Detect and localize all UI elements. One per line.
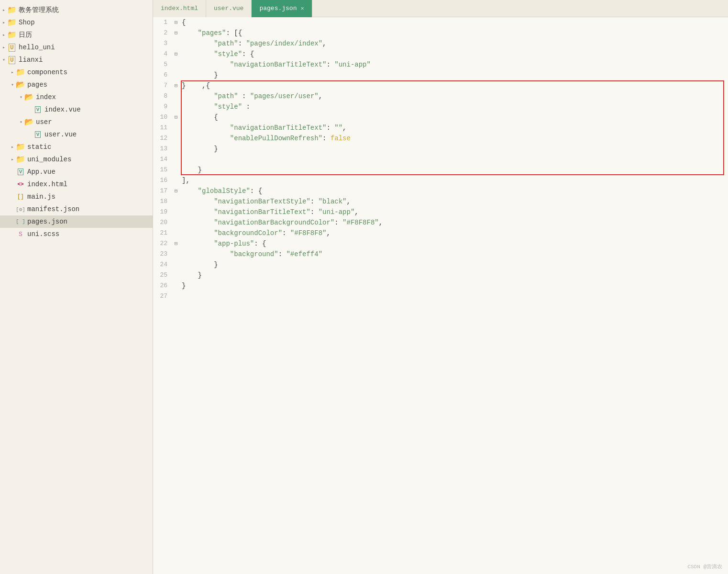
token-key: "background" [230,250,278,258]
line-number: 10 [153,112,172,123]
line-number: 26 [153,281,172,291]
sidebar-item-index_html[interactable]: <> index.html [0,178,153,191]
sidebar-item-rili[interactable]: ▸ 📁 日历 [0,29,153,41]
folder-icon: 📁 [16,143,25,151]
tab-index_html_tab[interactable]: index.html [153,0,206,17]
token-punctuation: , [379,219,383,226]
expand-arrow[interactable]: ▸ [0,31,8,39]
fold-gutter[interactable]: ⊟ [172,112,180,123]
code-content: "navigationBarTitleText": "", [180,123,728,133]
code-content: "enablePullDownRefresh": false [180,133,728,144]
sidebar-item-uni_modules[interactable]: ▸ 📁 uni_modules [0,153,153,166]
token-punctuation: : [278,250,287,258]
token-punctuation: : [334,219,342,226]
sidebar-item-index_vue[interactable]: V index.vue [0,103,153,116]
collapse-arrow[interactable]: ▾ [9,81,16,89]
vue-icon: V [33,105,42,114]
sidebar-item-user_dir[interactable]: ▾ 📂 user [0,116,153,128]
sidebar-item-label: lianxi [19,56,43,64]
sidebar-item-user_vue[interactable]: V user.vue [0,128,153,141]
token-key: "pages" [198,29,226,37]
sidebar-item-jiaowu[interactable]: ▸ 📁 教务管理系统 [0,4,153,16]
sidebar-item-lianxi[interactable]: ▾ U lianxi [0,54,153,66]
collapse-arrow[interactable]: ▾ [17,118,25,126]
code-content: "background": "#efeff4" [180,249,728,259]
token-key: "navigationBarBackgroundColor" [214,219,334,226]
tab-close-button[interactable]: ✕ [300,5,304,12]
code-content: "navigationBarTitleText": "uni-app" [180,59,728,70]
code-line-8: 8 "path" : "pages/user/user", [153,91,728,101]
sidebar-item-hello_uni[interactable]: ▸ U hello_uni [0,41,153,54]
token-key: "path" [214,40,238,47]
code-line-22: 22⊟ "app-plus": { [153,238,728,249]
token-key: "backgroundColor" [214,229,282,237]
code-content: "navigationBarTextStyle": "black", [180,196,728,207]
fold-gutter[interactable]: ⊟ [172,186,180,196]
tab-pages_json_tab[interactable]: pages.json✕ [252,0,312,17]
watermark: CSDN @营滴农 [687,563,722,570]
sidebar-item-shop[interactable]: ▸ 📁 Shop [0,16,153,29]
code-content: "path" : "pages/user/user", [180,91,728,101]
sidebar-item-label: pages [27,81,47,89]
token-key: "globalStyle" [198,187,250,195]
code-line-25: 25 } [153,270,728,281]
fold-gutter[interactable]: ⊟ [172,17,180,28]
token-indent [182,71,214,79]
code-content: "navigationBarTitleText": "uni-app", [180,207,728,217]
json-icon: [ ] [16,217,25,226]
sidebar-item-label: App.vue [27,168,55,176]
tab-user_vue_tab[interactable]: user.vue [206,0,252,17]
line-number: 4 [153,49,172,59]
token-punctuation: , [319,92,322,100]
token-indent [182,61,230,68]
folder-icon: 📁 [8,18,16,27]
tab-label: user.vue [214,5,243,12]
expand-arrow[interactable]: ▸ [0,6,8,14]
token-bracket: } [214,71,218,79]
token-string-val: "black" [319,198,347,205]
fold-gutter[interactable]: ⊟ [172,238,180,249]
expand-arrow[interactable]: ▸ [0,19,8,26]
sidebar-item-label: 日历 [19,31,32,39]
sidebar-item-main_js[interactable]: [] main.js [0,191,153,203]
token-indent [182,113,214,121]
token-indent [182,166,198,174]
code-line-1: 1⊟{ [153,17,728,28]
sidebar-item-app_vue[interactable]: V App.vue [0,166,153,178]
token-indent [182,92,214,100]
token-indent [182,29,198,37]
expand-arrow[interactable]: ▸ [9,68,16,76]
token-indent [182,229,214,237]
code-line-17: 17⊟ "globalStyle": { [153,186,728,196]
vue-icon: V [33,130,42,139]
token-punctuation: : [{ [226,29,242,37]
collapse-arrow[interactable]: ▾ [0,56,8,64]
token-punctuation: , [186,177,189,184]
sidebar-item-label: components [27,68,67,76]
code-line-27: 27 [153,291,728,302]
sidebar-item-label: pages.json [27,218,67,225]
sidebar-item-pages[interactable]: ▾ 📂 pages [0,79,153,91]
sidebar-item-static[interactable]: ▸ 📁 static [0,141,153,153]
token-indent [182,261,214,269]
expand-arrow[interactable]: ▸ [0,44,8,51]
token-string-val: "" [334,124,342,132]
sidebar-item-index_dir[interactable]: ▾ 📂 index [0,91,153,103]
sidebar-item-components[interactable]: ▸ 📁 components [0,66,153,79]
sidebar-item-manifest_json[interactable]: [⚙] manifest.json [0,203,153,215]
sidebar-item-pages_json[interactable]: [ ] pages.json [0,215,153,228]
fold-gutter[interactable]: ⊟ [172,49,180,59]
code-line-9: 9 "style" : [153,101,728,112]
fold-gutter[interactable]: ⊟ [172,28,180,38]
fold-gutter[interactable]: ⊟ [172,80,180,91]
expand-arrow[interactable]: ▸ [9,156,16,163]
sidebar-item-label: user [36,118,52,126]
token-punctuation: : [326,124,334,132]
collapse-arrow[interactable]: ▾ [17,93,25,101]
manifest-icon: [⚙] [16,205,25,214]
folder-icon: 📁 [16,68,25,77]
code-container: 1⊟{2⊟ "pages": [{3 "path": "pages/index/… [153,17,728,302]
expand-arrow[interactable]: ▸ [9,143,16,151]
sidebar-item-uni_scss[interactable]: S uni.scss [0,228,153,240]
folder-icon: 📂 [16,80,25,89]
